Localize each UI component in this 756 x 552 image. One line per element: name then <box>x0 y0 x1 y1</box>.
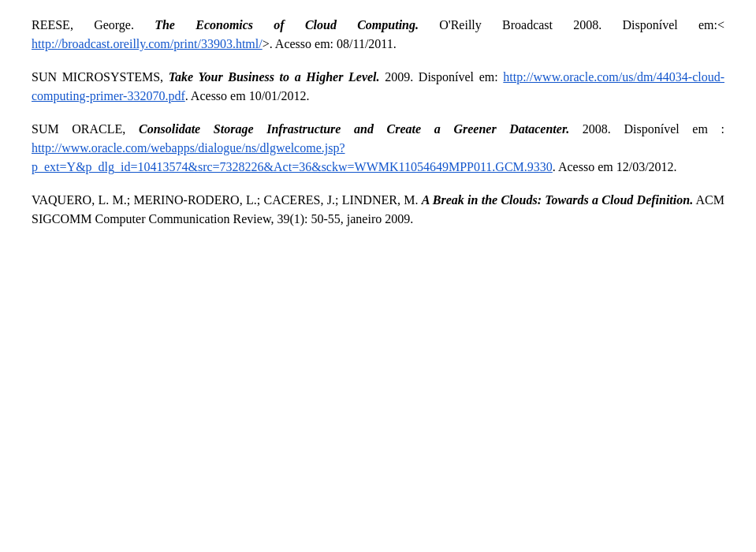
normal-text: REESE, George. <box>32 18 155 32</box>
normal-text: VAQUERO, L. M.; MERINO-RODERO, L.; CACER… <box>32 193 422 207</box>
link[interactable]: http://broadcast.oreilly.com/print/33903… <box>32 37 263 50</box>
normal-text: SUM ORACLE, <box>32 122 139 136</box>
normal-text: 2008. Disponível em : <box>569 122 724 136</box>
normal-text: >. Acesso em: 08/11/2011. <box>263 37 397 50</box>
normal-text: SUN MICROSYSTEMS, <box>32 70 169 84</box>
bold-italic-text: Consolidate Storage Infrastructure and C… <box>139 122 569 136</box>
paragraph-p4: VAQUERO, L. M.; MERINO-RODERO, L.; CACER… <box>32 191 724 229</box>
normal-text: . Acesso em 10/01/2012. <box>185 89 310 103</box>
bold-italic-text: A Break in the Clouds: Towards a Cloud D… <box>422 193 693 207</box>
bold-italic-text: The Economics of Cloud Computing. <box>155 18 419 32</box>
main-content: REESE, George. The Economics of Cloud Co… <box>32 16 724 229</box>
bold-italic-text: Take Your Business to a Higher Level. <box>169 70 380 84</box>
paragraph-p1: REESE, George. The Economics of Cloud Co… <box>32 16 724 54</box>
link[interactable]: http://www.oracle.com/webapps/dialogue/n… <box>32 141 553 173</box>
paragraph-p3: SUM ORACLE, Consolidate Storage Infrastr… <box>32 120 724 177</box>
normal-text: . Acesso em 12/03/2012. <box>553 160 677 173</box>
paragraph-p2: SUN MICROSYSTEMS, Take Your Business to … <box>32 68 724 106</box>
normal-text: 2009. Disponível em: <box>380 70 504 84</box>
normal-text: O'Reilly Broadcast 2008. Disponível em:< <box>419 18 724 32</box>
